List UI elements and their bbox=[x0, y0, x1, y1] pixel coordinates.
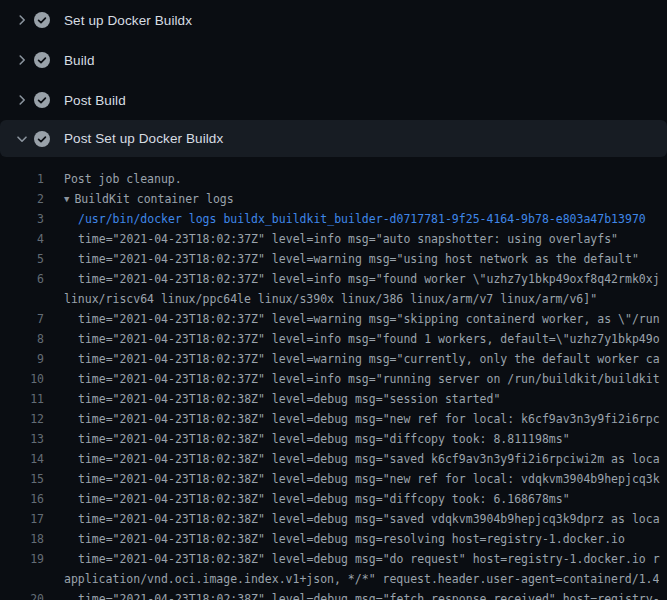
log-line: 10 time="2021-04-23T18:02:37Z" level=inf… bbox=[0, 369, 667, 389]
line-number[interactable]: 7 bbox=[0, 309, 44, 329]
log-line: 7 time="2021-04-23T18:02:37Z" level=warn… bbox=[0, 309, 667, 329]
step-row-build[interactable]: Build bbox=[0, 40, 667, 80]
log-line-wrap: linux/riscv64 linux/ppc64le linux/s390x … bbox=[0, 289, 667, 309]
log-text: time="2021-04-23T18:02:37Z" level=warnin… bbox=[44, 249, 639, 269]
chevron-right-icon[interactable] bbox=[14, 92, 34, 108]
log-text: time="2021-04-23T18:02:38Z" level=debug … bbox=[44, 449, 660, 469]
line-number[interactable]: 16 bbox=[0, 489, 44, 509]
line-number[interactable]: 15 bbox=[0, 469, 44, 489]
log-line: 12 time="2021-04-23T18:02:38Z" level=deb… bbox=[0, 409, 667, 429]
step-row-post-setup-docker-buildx[interactable]: Post Set up Docker Buildx bbox=[0, 120, 667, 157]
log-line: 17 time="2021-04-23T18:02:38Z" level=deb… bbox=[0, 509, 667, 529]
log-line: 16 time="2021-04-23T18:02:38Z" level=deb… bbox=[0, 489, 667, 509]
line-number[interactable]: 3 bbox=[0, 209, 44, 229]
check-circle-icon bbox=[34, 131, 50, 147]
log-line: 15 time="2021-04-23T18:02:38Z" level=deb… bbox=[0, 469, 667, 489]
line-number[interactable]: 4 bbox=[0, 229, 44, 249]
log-text: time="2021-04-23T18:02:37Z" level=warnin… bbox=[44, 309, 660, 329]
log-output: 1 Post job cleanup. 2 ▼BuildKit containe… bbox=[0, 157, 667, 600]
step-row-setup-docker-buildx[interactable]: Set up Docker Buildx bbox=[0, 0, 667, 40]
line-number[interactable]: 6 bbox=[0, 269, 44, 289]
log-line: 18 time="2021-04-23T18:02:38Z" level=deb… bbox=[0, 529, 667, 549]
line-number[interactable]: 1 bbox=[0, 169, 44, 189]
log-line: 19 time="2021-04-23T18:02:38Z" level=deb… bbox=[0, 549, 667, 569]
log-text: time="2021-04-23T18:02:38Z" level=debug … bbox=[44, 509, 660, 529]
line-number[interactable]: 18 bbox=[0, 529, 44, 549]
log-command-text: /usr/bin/docker logs buildx_buildkit_bui… bbox=[44, 209, 646, 229]
log-line: 8 time="2021-04-23T18:02:37Z" level=info… bbox=[0, 329, 667, 349]
line-number[interactable]: 14 bbox=[0, 449, 44, 469]
line-number[interactable]: 20 bbox=[0, 589, 44, 600]
step-row-post-build[interactable]: Post Build bbox=[0, 80, 667, 120]
log-line: 9 time="2021-04-23T18:02:37Z" level=warn… bbox=[0, 349, 667, 369]
log-line: 6 time="2021-04-23T18:02:37Z" level=info… bbox=[0, 269, 667, 289]
log-line-wrap: application/vnd.oci.image.index.v1+json,… bbox=[0, 569, 667, 589]
chevron-right-icon[interactable] bbox=[14, 12, 34, 28]
line-number[interactable]: 8 bbox=[0, 329, 44, 349]
chevron-right-icon[interactable] bbox=[14, 52, 34, 68]
log-text: time="2021-04-23T18:02:38Z" level=debug … bbox=[44, 549, 660, 569]
step-label: Build bbox=[64, 53, 95, 68]
line-number[interactable]: 10 bbox=[0, 369, 44, 389]
check-circle-icon bbox=[34, 52, 50, 68]
log-text: time="2021-04-23T18:02:38Z" level=debug … bbox=[44, 409, 660, 429]
log-line: 11 time="2021-04-23T18:02:38Z" level=deb… bbox=[0, 389, 667, 409]
line-number[interactable]: 19 bbox=[0, 549, 44, 569]
log-line-command: 3 /usr/bin/docker logs buildx_buildkit_b… bbox=[0, 209, 667, 229]
line-number[interactable]: 5 bbox=[0, 249, 44, 269]
log-text: Post job cleanup. bbox=[44, 169, 182, 189]
line-number[interactable]: 2 bbox=[0, 189, 44, 209]
collapse-triangle-icon[interactable]: ▼ bbox=[64, 194, 69, 204]
log-text: time="2021-04-23T18:02:37Z" level=info m… bbox=[44, 269, 660, 289]
log-line: 5 time="2021-04-23T18:02:37Z" level=warn… bbox=[0, 249, 667, 269]
log-text: time="2021-04-23T18:02:37Z" level=info m… bbox=[44, 229, 618, 249]
chevron-down-icon[interactable] bbox=[14, 131, 34, 147]
log-text: application/vnd.oci.image.index.v1+json,… bbox=[44, 569, 659, 589]
log-text: time="2021-04-23T18:02:38Z" level=debug … bbox=[44, 429, 570, 449]
log-text: linux/riscv64 linux/ppc64le linux/s390x … bbox=[44, 289, 597, 309]
log-text: time="2021-04-23T18:02:38Z" level=debug … bbox=[44, 469, 660, 489]
step-list: Set up Docker Buildx Build Post Build Po… bbox=[0, 0, 667, 157]
line-number[interactable]: 9 bbox=[0, 349, 44, 369]
check-circle-icon bbox=[34, 92, 50, 108]
log-text: time="2021-04-23T18:02:38Z" level=debug … bbox=[44, 489, 570, 509]
log-line: 4 time="2021-04-23T18:02:37Z" level=info… bbox=[0, 229, 667, 249]
line-number[interactable]: 17 bbox=[0, 509, 44, 529]
log-text: time="2021-04-23T18:02:38Z" level=debug … bbox=[44, 389, 500, 409]
step-label: Post Set up Docker Buildx bbox=[64, 131, 223, 146]
log-text: time="2021-04-23T18:02:37Z" level=info m… bbox=[44, 369, 660, 389]
check-circle-icon bbox=[34, 12, 50, 28]
log-text: time="2021-04-23T18:02:37Z" level=info m… bbox=[44, 329, 660, 349]
log-text: time="2021-04-23T18:02:37Z" level=warnin… bbox=[44, 349, 660, 369]
log-text: time="2021-04-23T18:02:38Z" level=debug … bbox=[44, 529, 625, 549]
line-number[interactable]: 11 bbox=[0, 389, 44, 409]
log-line-group-header: 2 ▼BuildKit container logs bbox=[0, 189, 667, 209]
log-line: 14 time="2021-04-23T18:02:38Z" level=deb… bbox=[0, 449, 667, 469]
line-number[interactable]: 13 bbox=[0, 429, 44, 449]
step-label: Set up Docker Buildx bbox=[64, 13, 192, 28]
log-line: 1 Post job cleanup. bbox=[0, 169, 667, 189]
log-line: 13 time="2021-04-23T18:02:38Z" level=deb… bbox=[0, 429, 667, 449]
actions-log-viewer: { "steps": [ { "label": "Set up Docker B… bbox=[0, 0, 667, 600]
log-line: 20 time="2021-04-23T18:02:38Z" level=deb… bbox=[0, 589, 667, 600]
log-text: time="2021-04-23T18:02:38Z" level=debug … bbox=[44, 589, 660, 600]
log-group-title: BuildKit container logs bbox=[74, 192, 233, 206]
step-label: Post Build bbox=[64, 93, 126, 108]
line-number[interactable]: 12 bbox=[0, 409, 44, 429]
log-group-toggle[interactable]: ▼BuildKit container logs bbox=[44, 189, 234, 209]
